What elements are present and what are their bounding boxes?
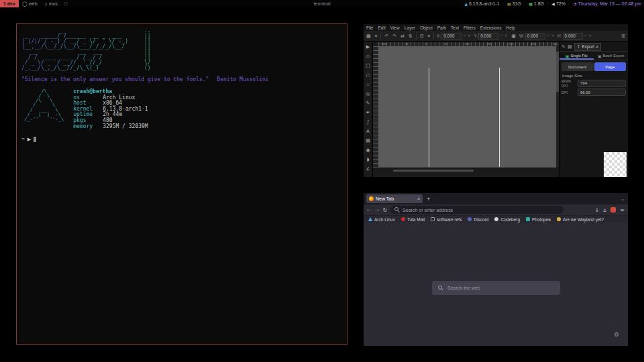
spinner-minus-button[interactable]: − [584, 34, 588, 38]
layers-dialog-icon[interactable]: ▤ [568, 44, 572, 50]
fetch-rows: os Arch Linux host x86_64 kernel 6.13.8-… [73, 95, 148, 130]
text-tool[interactable]: A [364, 127, 373, 136]
bookmark-favicon [368, 217, 372, 221]
dpi-label: DPI [561, 90, 576, 95]
spinner-value[interactable]: 0.000 [525, 33, 545, 40]
reload-button[interactable]: ↻ [382, 207, 387, 213]
menu-item[interactable]: File [366, 25, 373, 30]
fetch-value: 3295M / 32039M [103, 124, 148, 130]
downloads-icon[interactable]: ↓ [595, 207, 600, 213]
status-icon: ▦ [529, 1, 533, 6]
export-mode-tab[interactable]: ▣ Single File [559, 52, 594, 60]
spinner-value[interactable]: 0.000 [478, 33, 498, 40]
bookmark-item[interactable]: software refs [431, 217, 462, 222]
gradient-tool[interactable]: ▤ [364, 136, 373, 145]
node-tool[interactable]: ◇ [364, 52, 373, 61]
url-bar[interactable]: Search or enter address [390, 206, 564, 214]
width-input[interactable]: 794 [578, 80, 626, 87]
selection-mode-icon[interactable]: ▦ [366, 34, 372, 39]
menu-item[interactable]: Object [420, 25, 433, 30]
inkscape-menubar: FileEditViewLayerObjectPathTextFiltersEx… [364, 24, 628, 31]
menu-item[interactable]: Extensions [480, 25, 502, 30]
dropper-tool[interactable]: ◗ [364, 155, 373, 164]
back-button[interactable]: ← [367, 207, 372, 213]
fetch-output: /\ / \ /\ \ / \ / __ \ / | | -\ /_-'' ''… [21, 89, 342, 129]
export-target-button[interactable]: Page [594, 62, 627, 71]
align-icon[interactable]: ⊟ [419, 34, 425, 39]
list-all-tabs-icon[interactable]: ⌄ [621, 196, 625, 202]
calligraphy-tool[interactable]: ∫ [364, 117, 373, 127]
shell-prompt[interactable]: ~ ▶ [21, 136, 342, 142]
star-tool[interactable]: ☆ [364, 80, 373, 89]
export-dialog-tab[interactable]: ↥ Export × [574, 43, 601, 51]
bookmark-favicon [526, 217, 530, 221]
spinner-value[interactable]: 0.000 [563, 33, 583, 40]
bookmark-item[interactable]: Discord [468, 217, 488, 222]
spinner-minus-button[interactable]: − [499, 34, 503, 38]
spiral-tool[interactable]: ◎ [364, 89, 373, 99]
bookmark-item[interactable]: Tuta Mail [401, 217, 425, 222]
spinner-plus-button[interactable]: + [504, 34, 508, 38]
ellipse-tool[interactable]: ○ [364, 70, 373, 80]
bookmark-item[interactable]: Arch Linux [368, 217, 395, 222]
menu-item[interactable]: Text [451, 25, 459, 30]
workspace-tag[interactable]: 1 dev [0, 0, 19, 7]
menu-item[interactable]: Layer [405, 25, 415, 30]
export-mode-tab[interactable]: ▣ Batch Export [594, 52, 628, 60]
page-border-line [499, 68, 500, 167]
menu-icon[interactable]: ≡ [620, 207, 625, 213]
canvas-horizontal-scrollbar[interactable] [393, 170, 474, 172]
personalize-gear-icon[interactable]: ⚙ [614, 331, 619, 338]
rectangle-tool[interactable]: □ [364, 61, 373, 70]
terminal-cursor [34, 137, 36, 142]
spinner-value[interactable]: 0.000 [441, 33, 462, 40]
status-icon: ▲ [464, 1, 468, 6]
tab-close-icon[interactable]: × [417, 196, 420, 201]
ublock-extension-icon[interactable] [610, 207, 616, 213]
spinner-minus-button[interactable]: − [546, 34, 550, 38]
flip-horizontal-icon[interactable]: ⇄ [400, 34, 405, 39]
menu-item[interactable]: Path [437, 25, 446, 30]
dpi-input[interactable]: 96.00 [578, 88, 626, 96]
bookmark-item[interactable]: Photopea [526, 217, 551, 222]
web-search-input[interactable]: Search the web [432, 281, 560, 295]
selection-dropdown-caret-icon[interactable]: ▾ [374, 34, 378, 39]
new-tab-button[interactable]: + [427, 196, 430, 202]
terminal-window[interactable]: __ .. _ _____/ /______ __ _ ___ || | |/|… [16, 23, 347, 345]
bookmark-item[interactable]: Are we Wayland yet? [557, 217, 604, 222]
welcome-ascii-art: __ .. _ _____/ /______ __ _ ___ || | |/|… [21, 28, 342, 71]
spinner-plus-button[interactable]: + [467, 34, 471, 38]
menu-item[interactable]: View [390, 25, 400, 30]
align-caret-icon[interactable]: ▾ [427, 34, 431, 39]
inkscape-canvas[interactable] [378, 46, 559, 168]
pencil-tool[interactable]: ✎ [364, 99, 373, 108]
prompt-arrow-icon: ▶ [28, 137, 31, 142]
snap-toggle-icon[interactable]: ⊞ [621, 34, 626, 39]
bookmark-item[interactable]: Codeberg [494, 217, 520, 222]
spinner-plus-button[interactable]: + [588, 34, 592, 38]
fill-stroke-dialog-icon[interactable]: ✎ [561, 44, 566, 50]
spinner-minus-button[interactable]: − [462, 34, 466, 38]
pen-tool[interactable]: ✒ [364, 108, 373, 117]
browser-tab[interactable]: New Tab × [366, 194, 423, 203]
vertical-ruler[interactable] [373, 46, 378, 168]
rotate-ccw-icon[interactable]: ↶ [384, 34, 389, 39]
rotate-cw-icon[interactable]: ↷ [392, 34, 397, 39]
spinner-plus-button[interactable]: + [551, 34, 555, 38]
selector-tool[interactable]: ▶ [364, 42, 373, 52]
workspace-tag[interactable]: □ [61, 0, 70, 7]
export-target-button[interactable]: Document [561, 62, 594, 71]
measure-tool[interactable]: ∠ [364, 164, 373, 174]
home-icon[interactable]: ⌂ [603, 207, 606, 213]
zoom-tool[interactable]: ◉ [364, 145, 373, 155]
lock-ratio-icon[interactable]: ▣ [511, 34, 517, 39]
menu-item[interactable]: Filters [464, 25, 476, 30]
flip-vertical-icon[interactable]: ⇅ [408, 34, 413, 39]
firefox-tab-bar: New Tab × + ⌄ [364, 193, 628, 204]
forward-button[interactable]: → [375, 207, 380, 213]
workspace-tag[interactable]: ♫ mus [41, 0, 61, 7]
export-tab-close-icon[interactable]: × [596, 44, 598, 49]
menu-item[interactable]: Edit [378, 25, 385, 30]
menu-item[interactable]: Help [506, 25, 515, 30]
workspace-tag[interactable]: ◯ web [19, 0, 41, 7]
